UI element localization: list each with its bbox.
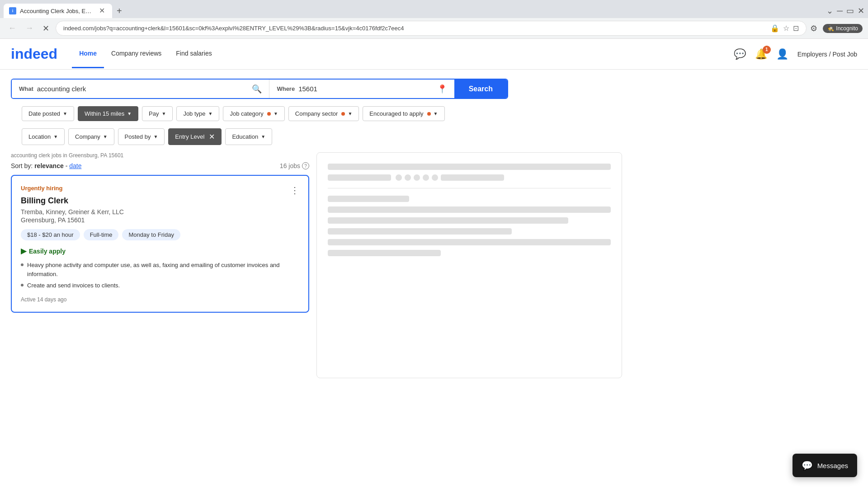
company-sector-label: Company sector	[295, 110, 338, 117]
skeleton-star-4	[423, 174, 429, 181]
education-filter[interactable]: Education ▼	[225, 128, 272, 145]
indeed-logo[interactable]: indeed	[11, 46, 57, 62]
location-label: Location	[28, 133, 51, 140]
sort-date[interactable]: date	[69, 162, 81, 169]
job-category-label: Job category	[230, 110, 263, 117]
pay-filter[interactable]: Pay ▼	[142, 106, 173, 121]
nav-home[interactable]: Home	[72, 40, 104, 68]
skeleton-rating-row	[328, 174, 611, 181]
main-nav: Home Company reviews Find salaries	[72, 40, 219, 68]
new-tab-button[interactable]: +	[113, 4, 126, 18]
site-header: indeed Home Company reviews Find salarie…	[0, 39, 868, 70]
bullet-text-2: Create and send invoices to clients.	[27, 281, 120, 290]
tab-list-icon[interactable]: ⌄	[826, 6, 833, 16]
company-sector-dot	[341, 112, 345, 116]
posted-by-chevron-icon: ▼	[153, 134, 158, 139]
search-area: What 🔍 Where 📍 Search Date posted ▼ With…	[0, 70, 868, 145]
tab-close-icon[interactable]: ✕	[99, 7, 105, 14]
skeleton-rating-text	[328, 174, 391, 181]
bullet-2: Create and send invoices to clients.	[21, 281, 299, 290]
user-icon: 👤	[776, 48, 788, 60]
job-type-label: Job type	[183, 110, 205, 117]
search-button[interactable]: Search	[454, 80, 507, 98]
notification-badge: 1	[763, 46, 771, 54]
search-clear-icon[interactable]: 🔍	[252, 84, 262, 94]
tag-type: Full-time	[84, 229, 119, 240]
browser-right-controls: ⚙ 🕵 Incognito	[810, 23, 863, 33]
location-chevron-icon: ▼	[53, 134, 58, 139]
job-category-filter[interactable]: Job category ▼	[223, 106, 284, 121]
location-icon[interactable]: 📍	[437, 84, 447, 94]
incognito-badge: 🕵 Incognito	[823, 24, 863, 33]
employers-link[interactable]: Employers / Post Job	[797, 51, 857, 58]
easy-apply[interactable]: ▶ Easily apply	[21, 247, 299, 255]
job-title[interactable]: Billing Clerk	[21, 196, 299, 206]
card-menu-icon[interactable]: ⋮	[290, 185, 299, 196]
tag-schedule: Monday to Friday	[122, 229, 180, 240]
url-text: indeed.com/jobs?q=accounting+clerk&l=156…	[63, 25, 767, 32]
company-label: Company	[75, 133, 100, 140]
pay-label: Pay	[149, 110, 159, 117]
results-left: accounting clerk jobs in Greensburg, PA …	[11, 152, 309, 378]
nav-company-reviews[interactable]: Company reviews	[104, 40, 169, 68]
education-label: Education	[232, 133, 258, 140]
address-bar: ← → ✕ indeed.com/jobs?q=accounting+clerk…	[0, 18, 868, 38]
date-posted-filter[interactable]: Date posted ▼	[22, 106, 74, 121]
posted-by-filter[interactable]: Posted by ▼	[118, 128, 165, 145]
company-filter[interactable]: Company ▼	[68, 128, 114, 145]
jobs-count-info-icon[interactable]: ?	[302, 162, 309, 169]
tab-favicon: i	[9, 7, 16, 14]
entry-level-filter[interactable]: Entry Level ✕	[168, 128, 222, 145]
jobs-count: 16 jobs ?	[280, 162, 309, 169]
notifications-button[interactable]: 🔔 1	[755, 48, 767, 60]
profile-icon[interactable]: ⊡	[793, 24, 799, 33]
skeleton-star-1	[396, 174, 402, 181]
skeleton-star-5	[432, 174, 438, 181]
encouraged-filter[interactable]: Encouraged to apply ▼	[363, 106, 444, 121]
job-category-dot	[267, 112, 271, 116]
sort-text: Sort by: relevance - date	[11, 162, 81, 169]
skeleton-line-2	[328, 206, 611, 213]
miles-chevron-icon: ▼	[127, 111, 132, 116]
results-meta: accounting clerk jobs in Greensburg, PA …	[11, 152, 309, 159]
browser-chrome: i Accounting Clerk Jobs, Employm... ✕ + …	[0, 0, 868, 39]
window-close-icon[interactable]: ✕	[858, 6, 864, 16]
star-icon[interactable]: ☆	[783, 24, 789, 33]
sort-relevance[interactable]: relevance	[34, 162, 64, 169]
job-type-filter[interactable]: Job type ▼	[176, 106, 219, 121]
active-tab[interactable]: i Accounting Clerk Jobs, Employm... ✕	[4, 4, 112, 18]
where-input[interactable]	[298, 80, 437, 98]
within-miles-label: Within 15 miles	[85, 110, 124, 117]
url-bar[interactable]: indeed.com/jobs?q=accounting+clerk&l=156…	[56, 21, 807, 36]
within-miles-filter[interactable]: Within 15 miles ▼	[78, 106, 138, 121]
minimize-icon[interactable]: ─	[837, 6, 843, 16]
company-sector-filter[interactable]: Company sector ▼	[288, 106, 359, 121]
messages-icon: 💬	[734, 48, 746, 60]
nav-find-salaries[interactable]: Find salaries	[169, 40, 219, 68]
entry-level-close-icon[interactable]: ✕	[209, 132, 215, 141]
profile-button[interactable]: 👤	[776, 48, 788, 60]
refresh-button[interactable]: ✕	[40, 22, 52, 35]
messages-header-button[interactable]: 💬	[734, 48, 746, 60]
job-tags: $18 - $20 an hour Full-time Monday to Fr…	[21, 229, 299, 240]
restore-icon[interactable]: ▭	[846, 6, 854, 16]
skeleton-star-3	[414, 174, 420, 181]
company-sector-chevron-icon: ▼	[348, 111, 352, 116]
filters-row-1: Date posted ▼ Within 15 miles ▼ Pay ▼ Jo…	[11, 99, 508, 121]
url-icons: 🔒 ☆ ⊡	[770, 24, 799, 33]
pay-chevron-icon: ▼	[161, 111, 166, 116]
what-input[interactable]	[37, 80, 252, 98]
location-filter[interactable]: Location ▼	[22, 128, 65, 145]
skeleton-line-4	[328, 228, 512, 235]
job-card[interactable]: ⋮ Urgently hiring Billing Clerk Tremba, …	[11, 175, 309, 313]
job-bullets: Heavy phone activity and computer use, a…	[21, 261, 299, 290]
back-button[interactable]: ←	[5, 22, 19, 35]
skeleton-title	[328, 164, 611, 170]
extensions-icon[interactable]: ⚙	[810, 23, 817, 33]
what-label: What	[19, 85, 33, 92]
date-posted-label: Date posted	[28, 110, 60, 117]
company-name[interactable]: Tremba, Kinney, Greiner & Kerr, LLC	[21, 208, 299, 216]
forward-button[interactable]: →	[23, 22, 36, 35]
results-area: accounting clerk jobs in Greensburg, PA …	[0, 145, 633, 385]
encouraged-label: Encouraged to apply	[369, 110, 423, 117]
